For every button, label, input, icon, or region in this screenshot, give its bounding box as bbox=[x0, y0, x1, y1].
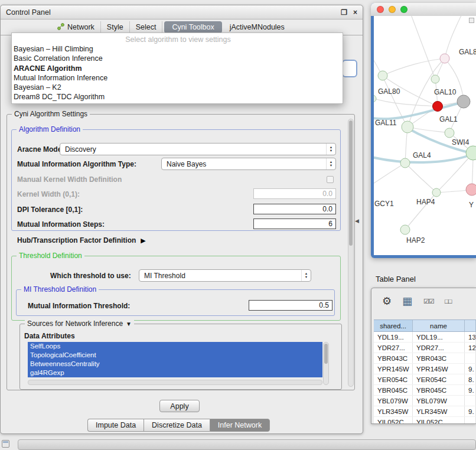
network-canvas[interactable]: GAL8 GAL80 GAL10 GAL11 GAL1 SWI4 GAL4 GC… bbox=[374, 16, 476, 255]
network-node[interactable] bbox=[400, 225, 410, 234]
sources-title: Sources for Network Inference bbox=[27, 319, 123, 328]
table-row[interactable]: YLR345WYLR345W9. bbox=[374, 406, 476, 417]
column-header-name[interactable]: name bbox=[413, 320, 465, 331]
attributes-hscrollbar[interactable] bbox=[28, 380, 322, 385]
dropdown-option[interactable]: Mutual Information Inference bbox=[12, 73, 343, 83]
combo-arrows-icon: ▲▼ bbox=[326, 144, 335, 155]
algorithm-settings-button[interactable] bbox=[342, 60, 357, 77]
network-node[interactable] bbox=[432, 188, 441, 197]
hub-definition-label: Hub/Transcription Factor Definition bbox=[17, 236, 136, 244]
control-panel-titlebar: Control Panel ❐ × bbox=[1, 5, 363, 19]
tab-network[interactable]: Network bbox=[51, 21, 101, 34]
apply-button[interactable]: Apply bbox=[159, 400, 200, 412]
column-header-partial[interactable] bbox=[465, 320, 476, 331]
tab-cyni-toolbox[interactable]: Cyni Toolbox bbox=[164, 21, 221, 33]
threshold-definition-title: Threshold Definition bbox=[19, 252, 82, 260]
table-row[interactable]: YDR27...YDR27...12 bbox=[374, 343, 476, 353]
list-item[interactable]: BetweennessCentrality bbox=[28, 360, 322, 369]
list-item[interactable]: SelfLoops bbox=[28, 342, 322, 351]
node-label: GAL8 bbox=[459, 48, 476, 56]
close-window-icon[interactable]: × bbox=[353, 8, 357, 17]
tab-jactivemodules[interactable]: jActiveMNodules bbox=[224, 21, 291, 33]
list-item[interactable]: gal4RGexp bbox=[28, 369, 322, 377]
dropdown-option[interactable]: Bayesian – Hill Climbing bbox=[12, 44, 343, 54]
split-collapse-arrow-icon[interactable]: ◀ bbox=[355, 218, 359, 224]
mi-steps-field[interactable]: 6 bbox=[253, 219, 336, 229]
network-node[interactable] bbox=[445, 128, 454, 138]
algorithm-definition-title: Algorithm Definition bbox=[19, 125, 80, 133]
collapse-down-icon[interactable]: ▼ bbox=[126, 321, 132, 327]
attributes-vscrollbar[interactable] bbox=[323, 342, 329, 385]
column-header-shared-name[interactable]: shared... bbox=[374, 320, 413, 331]
network-node[interactable] bbox=[440, 54, 449, 63]
manual-kernel-checkbox[interactable] bbox=[327, 176, 334, 183]
gear-icon[interactable]: ⚙ bbox=[382, 295, 392, 308]
control-panel-title: Control Panel bbox=[6, 8, 335, 17]
table-row[interactable]: YER054CYER054C8. bbox=[374, 374, 476, 385]
dropdown-option[interactable]: Basic Correlation Inference bbox=[12, 54, 343, 63]
manual-kernel-label: Manual Kernel Width Definition bbox=[17, 175, 122, 184]
select-all-icon[interactable]: ☑☑ bbox=[423, 298, 434, 305]
node-label-gcy1: GCY1 bbox=[374, 200, 394, 208]
algorithm-dropdown-popup: Select algorithm to view settings Bayesi… bbox=[11, 32, 343, 104]
table-row[interactable]: YBL079WYBL079W bbox=[374, 396, 476, 406]
data-attributes-list: SelfLoops TopologicalCoefficient Between… bbox=[28, 342, 322, 377]
attributes-vscrollbar-thumb[interactable] bbox=[324, 344, 328, 364]
network-node[interactable] bbox=[466, 184, 476, 195]
node-label-partial: Y bbox=[469, 201, 474, 209]
tab-network-label: Network bbox=[67, 23, 94, 31]
float-window-icon[interactable]: ❐ bbox=[341, 8, 347, 17]
network-node[interactable] bbox=[402, 121, 413, 133]
minimize-traffic-light[interactable] bbox=[389, 6, 396, 13]
table-row[interactable]: YDL19...YDL19...13 bbox=[374, 332, 476, 343]
table-row[interactable]: YBR045CYBR045C9. bbox=[374, 385, 476, 396]
dropdown-placeholder-option[interactable]: Select algorithm to view settings bbox=[12, 35, 343, 44]
network-window-titlebar bbox=[371, 3, 476, 16]
table-header-row: shared... name bbox=[374, 319, 476, 332]
tab-style[interactable]: Style bbox=[101, 21, 130, 33]
zoom-traffic-light[interactable] bbox=[400, 6, 407, 13]
tab-infer-network[interactable]: Infer Network bbox=[210, 419, 270, 432]
list-item[interactable]: TopologicalCoefficient bbox=[28, 351, 322, 360]
minimized-panel-icon[interactable] bbox=[2, 440, 9, 448]
table-row[interactable]: YBR043CYBR043C bbox=[374, 353, 476, 364]
table-row[interactable]: YIL052CYIL052C bbox=[374, 417, 476, 424]
settings-scrollbar-thumb[interactable] bbox=[349, 120, 353, 246]
canvas-scroll-corner bbox=[469, 18, 474, 23]
node-label-gal4: GAL4 bbox=[413, 151, 431, 159]
mi-type-label: Mutual Information Algorithm Type: bbox=[17, 160, 136, 168]
table-row[interactable]: YPR145WYPR145W9. bbox=[374, 364, 476, 374]
columns-icon[interactable]: ▦ bbox=[402, 295, 412, 308]
network-node[interactable] bbox=[374, 95, 376, 102]
aracne-mode-select[interactable]: Discovery ▲▼ bbox=[60, 143, 336, 155]
combo-arrows-icon: ▲▼ bbox=[326, 158, 335, 169]
dropdown-option-selected[interactable]: ARACNE Algorithm bbox=[12, 64, 343, 73]
dropdown-option[interactable]: Dream8 DC_TDC Algorithm bbox=[12, 92, 343, 102]
mi-type-select[interactable]: Naive Bayes ▲▼ bbox=[161, 158, 336, 170]
which-threshold-select[interactable]: MI Threshold ▲▼ bbox=[139, 269, 311, 282]
network-node[interactable] bbox=[431, 75, 439, 83]
bottom-tabbar: Impute Data Discretize Data Infer Networ… bbox=[87, 419, 270, 432]
hub-definition-toggle[interactable]: Hub/Transcription Factor Definition ▶ bbox=[17, 236, 146, 244]
tab-impute-data[interactable]: Impute Data bbox=[87, 419, 144, 432]
combo-arrows-icon: ▲▼ bbox=[301, 270, 311, 281]
network-node[interactable] bbox=[457, 95, 470, 108]
network-node[interactable] bbox=[400, 158, 410, 168]
node-label-hap2: HAP2 bbox=[406, 236, 425, 244]
settings-scrollbar[interactable] bbox=[348, 119, 354, 387]
tab-discretize-data[interactable]: Discretize Data bbox=[144, 419, 210, 432]
kernel-width-field[interactable]: 0.0 bbox=[253, 188, 336, 199]
network-node-selected[interactable] bbox=[433, 102, 443, 112]
node-label-swi4: SWI4 bbox=[452, 138, 469, 146]
mi-threshold-field[interactable]: 0.5 bbox=[249, 300, 332, 311]
network-tab-icon bbox=[57, 23, 64, 32]
settings-group-title: Cyni Algorithm Settings bbox=[14, 110, 87, 118]
tab-select[interactable]: Select bbox=[130, 21, 163, 33]
dropdown-option[interactable]: Bayesian – K2 bbox=[12, 83, 343, 92]
network-node[interactable] bbox=[378, 71, 387, 80]
select-none-icon[interactable]: □□ bbox=[445, 298, 451, 305]
close-traffic-light[interactable] bbox=[377, 6, 384, 13]
node-label-gal11: GAL11 bbox=[375, 119, 396, 127]
dpi-tolerance-field[interactable]: 0.0 bbox=[253, 204, 336, 214]
bottom-status-bar bbox=[18, 439, 476, 450]
